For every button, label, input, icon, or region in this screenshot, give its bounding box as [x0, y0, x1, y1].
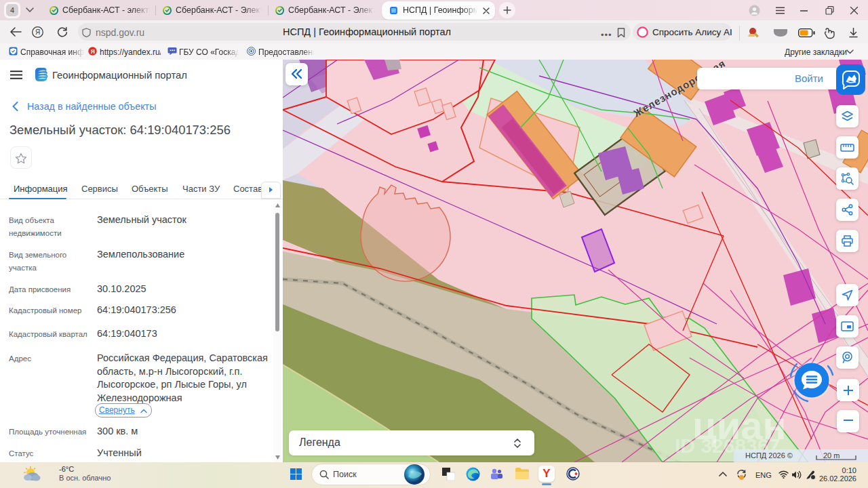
svg-text:Я: Я: [35, 28, 40, 36]
svg-text:Я: Я: [91, 48, 95, 55]
